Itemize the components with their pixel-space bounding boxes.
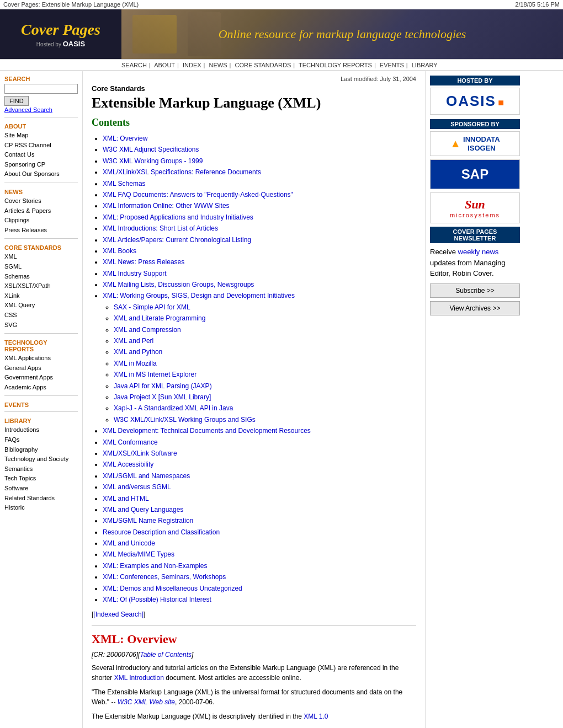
sidebar-item-articles[interactable]: Articles & Papers [4,206,78,216]
toc-working-groups[interactable]: W3C XML Working Groups - 1999 [103,157,203,165]
toc-java-project-x[interactable]: Java Project X [Sun XML Library] [114,393,211,401]
toc-software[interactable]: XML/XSL/XLink Software [103,449,177,457]
toc-python[interactable]: XML and Python [114,348,162,356]
sidebar-item-gov-apps[interactable]: Government Apps [4,373,78,383]
toc-industry-support[interactable]: XML Industry Support [103,270,167,277]
toc-articles[interactable]: XML Articles/Papers: Current Chronologic… [103,236,251,244]
toc-perl[interactable]: XML and Perl [114,337,153,345]
toc-versus-sgml[interactable]: XML and/versus SGML [103,483,171,491]
toc-accessibility[interactable]: XML Accessibility [103,461,153,468]
toc-conferences[interactable]: XML: Conferences, Seminars, Workshops [103,573,226,581]
sidebar-item-xml-apps[interactable]: XML Applications [4,354,78,363]
view-archives-button[interactable]: View Archives >> [430,301,520,315]
xml10-link[interactable]: XML 1.0 [304,713,328,720]
oasis-logo[interactable]: OASIS ■ [430,88,520,115]
main-content: Last modified: July 31, 2004 Core Standa… [83,71,425,728]
toc-unicode[interactable]: XML and Unicode [103,539,155,547]
weekly-news-link[interactable]: weekly news [458,248,499,256]
sidebar-item-xml[interactable]: XML [4,252,78,262]
sidebar-item-rss[interactable]: CP RSS Channel [4,141,78,151]
sidebar-item-xmlquery[interactable]: XML Query [4,301,78,311]
toc-info-online[interactable]: XML Information Online: Other WWW Sites [103,202,230,210]
sidebar-item-css[interactable]: CSS [4,311,78,320]
subscribe-button[interactable]: Subscribe >> [430,283,520,298]
sidebar-item-related[interactable]: Related Standards [4,494,78,504]
toc-working-groups-sigs[interactable]: XML: Working Groups, SIGS, Design and De… [103,292,295,299]
toc-jaxp[interactable]: Java API for XML Parsing (JAXP) [114,382,212,390]
w3c-link[interactable]: W3C XML Web site [118,698,175,706]
nav-library[interactable]: LIBRARY [412,62,438,68]
sap-sponsor[interactable]: SAP [430,159,520,189]
find-button[interactable]: FIND [4,96,29,106]
toc-link[interactable]: Table of Contents [140,651,192,659]
toc-sax[interactable]: SAX - Simple API for XML [114,303,190,311]
indexed-search-link[interactable]: [Indexed Search] [93,611,144,618]
toc-compression[interactable]: XML and Compression [114,326,181,334]
toc-schemas[interactable]: XML Schemas [103,180,146,188]
toc-conformance[interactable]: XML Conformance [103,438,158,446]
toc-xapi-j[interactable]: Xapi-J - A Standardized XML API in Java [114,404,233,412]
sidebar-item-clippings[interactable]: Clippings [4,216,78,226]
toc-literate-programming[interactable]: XML and Literate Programming [114,314,205,322]
sun-sponsor[interactable]: Sun microsystems [430,192,520,223]
toc-namespaces[interactable]: XML/SGML and Namespaces [103,472,190,480]
advanced-search-link[interactable]: Advanced Search [4,106,52,113]
sidebar-item-tech-society[interactable]: Technology and Society [4,454,78,464]
sidebar-item-xsl[interactable]: XSL/XSLT/XPath [4,281,78,291]
toc-ref-docs[interactable]: XML/XLink/XSL Specifications: Reference … [103,168,261,176]
nav-about[interactable]: ABOUT [154,62,175,68]
sidebar-item-press[interactable]: Press Releases [4,226,78,235]
nav-core-standards[interactable]: CORE STANDARDS [235,62,291,68]
toc-overview[interactable]: XML: Overview [103,135,147,142]
toc-news[interactable]: XML News: Press Releases [103,258,184,266]
toc-historical[interactable]: XML: Of (Possible) Historical Interest [103,596,211,603]
sidebar-item-academic-apps[interactable]: Academic Apps [4,383,78,393]
sidebar-item-software[interactable]: Software [4,484,78,494]
toc-development[interactable]: XML Development: Technical Documents and… [103,427,311,435]
sidebar-item-semantics[interactable]: Semantics [4,464,78,474]
toc-proposed-apps[interactable]: XML: Proposed Applications and Industry … [103,213,253,221]
sidebar-item-xlink[interactable]: XLink [4,291,78,301]
nav-index[interactable]: INDEX [183,62,201,68]
search-input[interactable] [4,84,78,94]
toc-mailing-lists[interactable]: XML Mailing Lists, Discussion Groups, Ne… [103,281,254,288]
toc-adjunct[interactable]: W3C XML Adjunct Specifications [103,146,199,153]
toc-examples[interactable]: XML: Examples and Non-Examples [103,562,207,570]
sidebar-item-sitemap[interactable]: Site Map [4,131,78,141]
toc-name-registration[interactable]: XML/SGML Name Registration [103,517,193,524]
sidebar-item-bibliography[interactable]: Bibliography [4,445,78,455]
toc-introductions[interactable]: XML Introductions: Short List of Article… [103,224,218,232]
toc-mozilla[interactable]: XML in Mozilla [114,360,157,367]
site-logo[interactable]: Cover Pages [21,21,100,39]
isogen-text: ISOGEN [463,144,500,153]
toc-w3c-working-groups[interactable]: W3C XML/XLink/XSL Working Groups and SIG… [114,416,256,424]
sidebar-item-sponsoring[interactable]: Sponsoring CP [4,160,78,170]
toc-faq[interactable]: XML FAQ Documents: Answers to "Frequentl… [103,191,293,199]
sidebar-item-sponsors[interactable]: About Our Sponsors [4,169,78,179]
sidebar-item-introductions[interactable]: Introductions [4,425,78,435]
toc-ie[interactable]: XML in MS Internet Explorer [114,371,196,378]
nav-tech-reports[interactable]: TECHNOLOGY REPORTS [299,62,372,68]
sidebar-item-contact[interactable]: Contact Us [4,150,78,160]
sidebar-item-schemas[interactable]: Schemas [4,272,78,282]
indexed-search: [[Indexed Search]] [92,611,416,618]
toc-mime[interactable]: XML Media/MIME Types [103,550,174,558]
sidebar-item-general-apps[interactable]: General Apps [4,363,78,373]
nav-events[interactable]: EVENTS [380,62,404,68]
toc-books[interactable]: XML Books [103,247,136,255]
core-standards-label: CORE STANDARDS [4,244,78,251]
toc-query-languages[interactable]: XML and Query Languages [103,506,183,513]
toc-resource-description[interactable]: Resource Description and Classification [103,528,220,536]
toc-html[interactable]: XML and HTML [103,495,149,502]
toc-demos[interactable]: XML: Demos and Miscellaneous Uncategoriz… [103,585,242,592]
sidebar-item-faqs[interactable]: FAQs [4,435,78,445]
sidebar-item-historic[interactable]: Historic [4,503,78,513]
nav-search[interactable]: SEARCH [121,62,147,68]
sidebar-item-tech-topics[interactable]: Tech Topics [4,474,78,484]
innodata-sponsor[interactable]: ▲ INNODATA ISOGEN [430,131,520,156]
xml-intro-link[interactable]: XML Introduction [114,674,164,682]
nav-news[interactable]: NEWS [209,62,227,68]
sidebar-item-cover-stories[interactable]: Cover Stories [4,196,78,206]
sidebar-item-svg[interactable]: SVG [4,320,78,330]
sidebar-item-sgml[interactable]: SGML [4,262,78,272]
